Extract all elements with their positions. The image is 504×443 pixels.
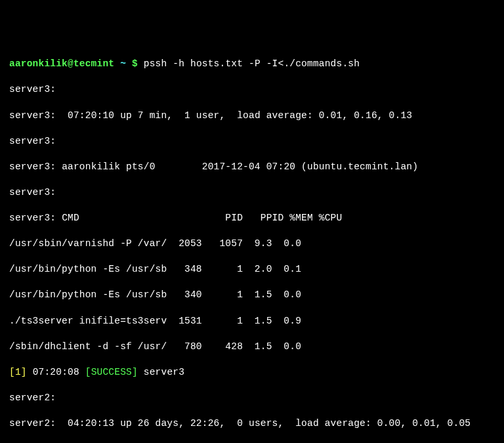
proc-header: server3: CMD PID PPID %MEM %CPU bbox=[9, 212, 495, 225]
who-line: server3: aaronkilik pts/0 2017-12-04 07:… bbox=[9, 161, 495, 174]
uptime-line: server2: 04:20:13 up 26 days, 22:26, 0 u… bbox=[9, 417, 495, 431]
proc-row: /usr/bin/python -Es /usr/sb 340 1 1.5 0.… bbox=[9, 289, 495, 302]
cwd: ~ bbox=[120, 58, 126, 69]
proc-row: /sbin/dhclient -d -sf /usr/ 780 428 1.5 … bbox=[9, 341, 495, 354]
prompt-marker: $ bbox=[132, 58, 138, 69]
result-line: [1] 07:20:08 [SUCCESS] server3 bbox=[9, 366, 495, 379]
line: server2: bbox=[9, 392, 495, 405]
proc-row: ./ts3server inifile=ts3serv 1531 1 1.5 0… bbox=[9, 315, 495, 328]
proc-row: /usr/bin/python -Es /usr/sb 348 1 2.0 0.… bbox=[9, 263, 495, 276]
line: server3: bbox=[9, 135, 495, 148]
line: server3: bbox=[9, 186, 495, 200]
prompt-line: aaronkilik@tecmint ~ $ pssh -h hosts.txt… bbox=[9, 58, 495, 71]
proc-row: /usr/sbin/varnishd -P /var/ 2053 1057 9.… bbox=[9, 238, 495, 251]
uptime-line: server3: 07:20:10 up 7 min, 1 user, load… bbox=[9, 110, 495, 123]
command-text: pssh -h hosts.txt -P -I<./commands.sh bbox=[144, 58, 360, 69]
user-host: aaronkilik@tecmint bbox=[9, 58, 114, 69]
line: server3: bbox=[9, 83, 495, 96]
